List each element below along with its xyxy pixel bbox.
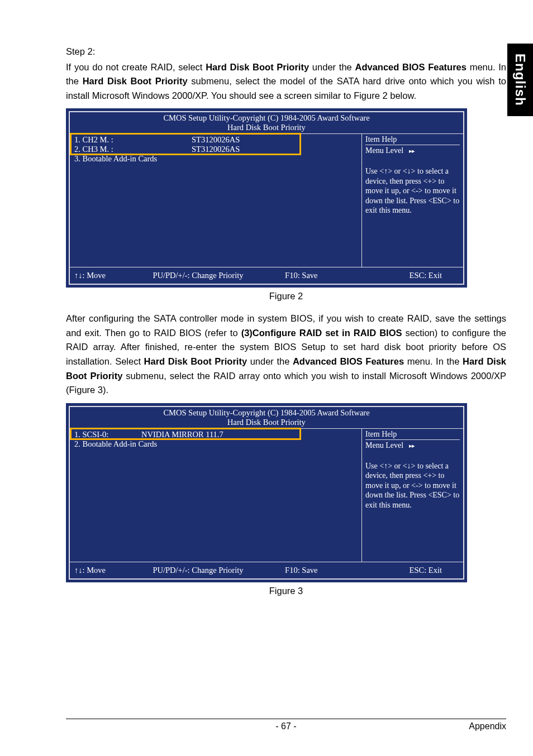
device2-row-2: 2. Bootable Add-in Cards [72, 439, 359, 449]
bios-title-2: CMOS Setup Utility-Copyright (C) 1984-20… [70, 407, 463, 418]
step-label: Step 2: [66, 45, 506, 59]
intro-bold-2: Advanced BIOS Features [355, 62, 466, 72]
mid-block: After configuring the SATA controller mo… [66, 312, 506, 397]
device-1-value: ST3120026AS [147, 135, 259, 145]
help-menu-level-1: Menu Level [365, 146, 460, 155]
bios-screen-1: CMOS Setup Utility-Copyright (C) 1984-20… [66, 108, 467, 288]
mid-f: Advanced BIOS Features [293, 356, 404, 366]
bios-body-1: 1. CH2 M. : ST3120026AS 2. CH3 M. : ST31… [70, 133, 463, 267]
help-body-1: Use <↑> or <↓> to select a device, then … [365, 166, 460, 216]
triangle-icon [403, 146, 415, 155]
bios-help-1: Item Help Menu Level Use <↑> or <↓> to s… [361, 134, 463, 267]
footer-change-2: PU/PD/+/-: Change Priority [153, 566, 263, 575]
device-1-label: 1. CH2 M. : [74, 135, 147, 145]
intro-text-a: If you do not create RAID, select [66, 62, 206, 72]
help-header-1: Item Help [365, 135, 460, 145]
help-menu-level-2: Menu Level [365, 441, 460, 450]
intro-text-c: under the [309, 62, 355, 72]
footer-save-1: F10: Save [263, 271, 363, 280]
footer-change-1: PU/PD/+/-: Change Priority [153, 271, 263, 280]
mid-g: menu. In the [404, 356, 463, 366]
bios-footer-1: ↑↓: Move PU/PD/+/-: Change Priority F10:… [70, 267, 463, 284]
bios-inner-2: CMOS Setup Utility-Copyright (C) 1984-20… [69, 406, 464, 580]
mid-b: (3)Configure RAID set in RAID BIOS [241, 328, 402, 338]
device-row-2: 2. CH3 M. : ST3120026AS [72, 145, 359, 154]
footer-exit-2: ESC: Exit [364, 566, 459, 575]
figure-2-caption: Figure 2 [66, 291, 506, 302]
bios-title-1: CMOS Setup Utility-Copyright (C) 1984-20… [70, 112, 463, 123]
bios-footer-2: ↑↓: Move PU/PD/+/-: Change Priority F10:… [70, 562, 463, 578]
bios-subtitle-2: Hard Disk Boot Priority [70, 418, 463, 428]
document-page: English Step 2: If you do not create RAI… [0, 0, 533, 756]
footer-exit-1: ESC: Exit [364, 271, 459, 280]
bios-body-2: 1. SCSI-0: NVIDIA MIRROR 111.7 2. Bootab… [70, 428, 463, 562]
device2-1-label: 1. SCSI-0: [74, 430, 136, 439]
bios-device-list-1: 1. CH2 M. : ST3120026AS 2. CH3 M. : ST31… [70, 134, 361, 267]
figure-3-caption: Figure 3 [66, 586, 506, 596]
mid-d: Hard Disk Boot Priority [144, 356, 248, 366]
bios-subtitle-1: Hard Disk Boot Priority [70, 123, 463, 133]
mid-i: submenu, select the RAID array onto whic… [66, 371, 506, 395]
bios-screen-2: CMOS Setup Utility-Copyright (C) 1984-20… [66, 403, 467, 582]
device2-1-value: NVIDIA MIRROR 111.7 [136, 430, 248, 439]
menu-level-text-2: Menu Level [365, 441, 403, 449]
language-tab: English [507, 44, 533, 116]
help-body-2: Use <↑> or <↓> to select a device, then … [365, 461, 460, 510]
footer-move-1: ↑↓: Move [74, 271, 153, 280]
device2-2-label: 2. Bootable Add-in Cards [74, 439, 157, 449]
mid-e: under the [247, 356, 293, 366]
help-header-2: Item Help [365, 430, 460, 440]
page-number: - 67 - [66, 721, 506, 731]
footer-move-2: ↑↓: Move [74, 566, 153, 575]
intro-bold-3: Hard Disk Boot Priority [83, 76, 188, 86]
bios-inner-1: CMOS Setup Utility-Copyright (C) 1984-20… [69, 111, 464, 285]
intro-block: Step 2: If you do not create RAID, selec… [66, 45, 506, 103]
device-2-label: 2. CH3 M. : [74, 145, 147, 154]
intro-bold-1: Hard Disk Boot Priority [206, 62, 309, 72]
device2-row-1: 1. SCSI-0: NVIDIA MIRROR 111.7 [72, 430, 359, 439]
device-3-label: 3. Bootable Add-in Cards [74, 154, 157, 164]
bios-device-list-2: 1. SCSI-0: NVIDIA MIRROR 111.7 2. Bootab… [70, 429, 361, 562]
triangle-icon-2 [403, 441, 415, 449]
footer-save-2: F10: Save [263, 566, 363, 575]
device-row-1: 1. CH2 M. : ST3120026AS [72, 135, 359, 145]
device-2-value: ST3120026AS [147, 145, 259, 154]
page-footer: - 67 - Appendix [66, 719, 506, 731]
menu-level-text-1: Menu Level [365, 146, 403, 155]
device-row-3: 3. Bootable Add-in Cards [72, 154, 359, 164]
bios-help-2: Item Help Menu Level Use <↑> or <↓> to s… [361, 429, 463, 562]
